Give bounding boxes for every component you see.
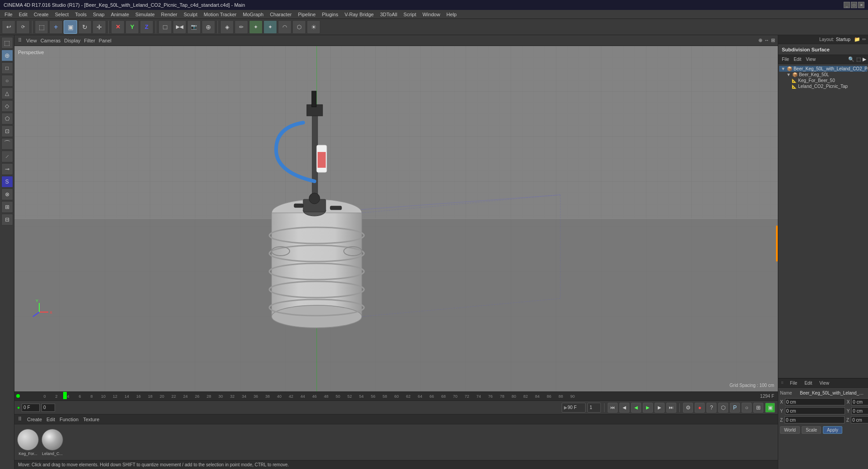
menu-3dtoall[interactable]: 3DToAll — [377, 11, 400, 18]
left-grid2-button[interactable]: ⊞ — [1, 201, 13, 213]
sub-frame-input[interactable] — [42, 404, 55, 412]
record-active-button[interactable]: ● — [695, 403, 705, 413]
left-penta-button[interactable]: ⬠ — [1, 113, 13, 124]
filter-menu[interactable]: Filter — [84, 38, 95, 43]
fps-input[interactable] — [590, 405, 599, 410]
menu-file[interactable]: File — [2, 11, 15, 18]
obj-file-menu[interactable]: File — [780, 56, 791, 62]
attr-y-pos-input[interactable] — [785, 407, 845, 414]
play-forward-button[interactable]: ▶ — [643, 403, 653, 413]
hex-button[interactable]: ⬡ — [292, 20, 306, 34]
move-button[interactable]: + — [49, 20, 63, 34]
redo-button[interactable]: ⟳ — [16, 20, 30, 34]
obj-item-root[interactable]: ▼ 📦 Beer_Keg_50L_with_Leland_CO2_Pi — [779, 66, 867, 72]
left-grid-button[interactable]: ⊡ — [1, 125, 13, 137]
minimize-button[interactable]: _ — [844, 2, 850, 8]
left-sphere-button[interactable]: ⊗ — [1, 189, 13, 200]
mat-create-menu[interactable]: Create — [27, 417, 42, 422]
vp-icon-3[interactable]: ⊞ — [771, 37, 775, 43]
apply-button[interactable]: Apply — [823, 426, 842, 434]
camera-button[interactable]: 📷 — [187, 20, 201, 34]
loop-button[interactable]: ? — [706, 403, 716, 413]
add-button[interactable]: ⊕ — [202, 20, 215, 34]
attr-x-size-input[interactable] — [851, 398, 868, 405]
menu-script[interactable]: Script — [401, 11, 419, 18]
cameras-menu[interactable]: Cameras — [41, 38, 61, 43]
model-mode-button[interactable]: ⬚ — [35, 20, 48, 34]
attr-y-size-input[interactable] — [851, 407, 868, 414]
step-forward-button[interactable]: ▶ — [655, 403, 665, 413]
poly-button[interactable]: ◈ — [220, 20, 234, 34]
left-pen-button[interactable]: ⟋ — [1, 151, 13, 162]
green-tool-button[interactable]: ✦ — [249, 20, 263, 34]
left-diamond-button[interactable]: ◇ — [1, 100, 13, 112]
obj-icon-3[interactable]: ▶ — [863, 56, 866, 62]
menu-character[interactable]: Character — [267, 11, 294, 18]
obj-icon-1[interactable]: 🔍 — [848, 56, 854, 62]
obj-edit-menu[interactable]: Edit — [792, 56, 803, 62]
material-item-1[interactable]: Leland_C... — [42, 429, 63, 456]
menu-animate[interactable]: Animate — [108, 11, 132, 18]
attr-z-size-input[interactable] — [851, 416, 868, 423]
material-thumb-0[interactable] — [17, 429, 39, 451]
vp-icon-1[interactable]: ⊕ — [758, 37, 762, 43]
left-minus-button[interactable]: ⊟ — [1, 214, 13, 225]
menu-mograph[interactable]: MoGraph — [240, 11, 266, 18]
menu-snap[interactable]: Snap — [90, 11, 107, 18]
light-button[interactable]: ☀ — [307, 20, 320, 34]
menu-plugins[interactable]: Plugins — [319, 11, 341, 18]
menu-select[interactable]: Select — [52, 11, 72, 18]
menu-tools[interactable]: Tools — [72, 11, 89, 18]
left-tri-button[interactable]: △ — [1, 87, 13, 99]
curve-button[interactable]: ◠ — [278, 20, 291, 34]
attr-x-pos-input[interactable] — [785, 398, 845, 405]
select-button[interactable]: ▣ — [64, 20, 77, 34]
motion-button[interactable]: ⊞ — [753, 403, 763, 413]
end-frame-input[interactable] — [568, 405, 583, 410]
obj-icon-2[interactable]: ⬚ — [856, 56, 861, 62]
file-icon-top[interactable]: 📁 — [854, 37, 860, 42]
record-button[interactable]: ⚙ — [683, 403, 693, 413]
vp-icon-2[interactable]: ↔ — [764, 37, 769, 43]
world-button[interactable]: World — [780, 426, 800, 434]
go-start-button[interactable]: ⏮ — [608, 403, 618, 413]
obj-item-leland[interactable]: 📐 Leland_CO2_Picnic_Tap — [779, 83, 867, 89]
menu-simulate[interactable]: Simulate — [133, 11, 157, 18]
playback-button[interactable]: ▶◀ — [173, 20, 186, 34]
pos-button[interactable]: P — [730, 403, 740, 413]
go-end-button[interactable]: ⏭ — [666, 403, 676, 413]
obj-view-menu[interactable]: View — [804, 56, 817, 62]
left-cube-button[interactable]: □ — [1, 62, 13, 74]
menu-edit[interactable]: Edit — [16, 11, 30, 18]
left-line-button[interactable]: ⌒ — [1, 138, 13, 150]
attr-edit-menu[interactable]: Edit — [803, 380, 814, 386]
menu-vray-bridge[interactable]: V-Ray Bridge — [342, 11, 377, 18]
maximize-button[interactable]: □ — [851, 2, 857, 8]
scale-button[interactable]: ✛ — [92, 20, 106, 34]
close-button[interactable]: ✕ — [858, 2, 864, 8]
timeline-playhead[interactable] — [63, 392, 67, 399]
play-back-button[interactable]: ◀ — [631, 403, 641, 413]
mat-function-menu[interactable]: Function — [60, 417, 78, 422]
attr-z-pos-input[interactable] — [785, 416, 845, 423]
edit-icon-top[interactable]: ✏ — [862, 37, 866, 42]
menu-pipeline[interactable]: Pipeline — [295, 11, 318, 18]
display-menu[interactable]: Display — [64, 38, 80, 43]
material-thumb-1[interactable] — [42, 429, 63, 451]
left-circle-button[interactable]: ○ — [1, 75, 13, 87]
z-axis-button[interactable]: Z — [140, 20, 153, 34]
anim-button[interactable]: ▣ — [765, 403, 775, 413]
teal-tool-button[interactable]: ✦ — [263, 20, 277, 34]
left-s-button[interactable]: S — [1, 176, 13, 188]
obj-item-beer-keg[interactable]: ▼ 📦 Beer_Keg_50L — [779, 72, 867, 78]
menu-help[interactable]: Help — [444, 11, 460, 18]
rot-button[interactable]: ○ — [742, 403, 752, 413]
rotate-button[interactable]: ↻ — [78, 20, 92, 34]
mat-edit-menu[interactable]: Edit — [46, 417, 55, 422]
panel-menu[interactable]: Panel — [99, 38, 111, 43]
x-axis-button[interactable]: ✕ — [111, 20, 125, 34]
y-axis-button[interactable]: Y — [125, 20, 139, 34]
menu-render[interactable]: Render — [158, 11, 180, 18]
undo-button[interactable]: ↩ — [2, 20, 15, 34]
scale-button[interactable]: Scale — [802, 426, 821, 434]
